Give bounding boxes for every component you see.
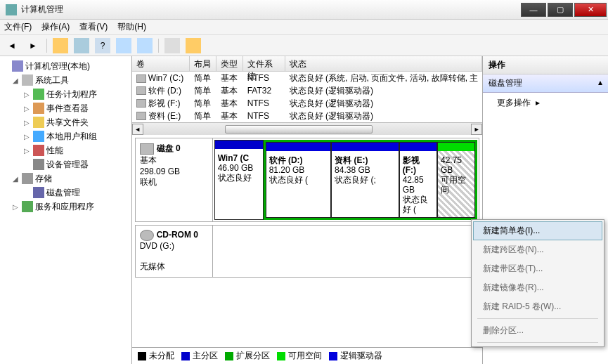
menu-action[interactable]: 操作(A) xyxy=(41,21,70,33)
back-button[interactable]: ◄ xyxy=(4,38,20,53)
tree-scheduler[interactable]: ▷任务计划程序 xyxy=(1,87,130,101)
legend: 未分配 主分区 扩展分区 可用空间 逻辑驱动器 xyxy=(132,347,483,364)
tree-root[interactable]: 计算机管理(本地) xyxy=(1,59,130,73)
disk0-partitions: Win7 (C46.90 GB状态良好 软件 (D:)81.20 GB状态良好 … xyxy=(213,138,479,221)
scroll-left-button[interactable]: ◄ xyxy=(132,124,143,135)
main-panel: 卷 布局 类型 文件系统 状态 Win7 (C:)简单基本NTFS状态良好 (系… xyxy=(132,56,484,364)
col-layout[interactable]: 布局 xyxy=(190,56,216,71)
toolbar-icon-7[interactable] xyxy=(186,38,201,53)
close-button[interactable]: ✕ xyxy=(574,3,607,17)
volume-row[interactable]: 资料 (E:)简单基本NTFS状态良好 (逻辑驱动器) xyxy=(132,110,483,122)
extended-partition: 软件 (D:)81.20 GB状态良好 ( 资料 (E:)84.38 GB状态良… xyxy=(264,140,478,220)
tree-services[interactable]: ▷服务和应用程序 xyxy=(1,200,130,214)
ctx-new-raid5[interactable]: 新建 RAID-5 卷(W)... xyxy=(473,297,602,316)
h-scrollbar[interactable]: ◄ ► xyxy=(132,122,483,135)
tree-system-tools[interactable]: ◢系统工具 xyxy=(1,73,130,87)
app-icon xyxy=(6,4,17,15)
ctx-new-simple[interactable]: 新建简单卷(I)... xyxy=(473,221,602,240)
toolbar-icon-1[interactable] xyxy=(53,38,68,53)
volume-header: 卷 布局 类型 文件系统 状态 xyxy=(132,56,483,72)
menu-help[interactable]: 帮助(H) xyxy=(117,21,146,33)
col-fs[interactable]: 文件系统 xyxy=(243,56,285,71)
disk0-info[interactable]: 磁盘 0 基本 298.09 GB 联机 xyxy=(136,138,213,221)
toolbar: ◄ ► ? xyxy=(0,35,608,56)
partition-free[interactable]: 42.75 GB可用空间 xyxy=(437,142,475,218)
ctx-new-mirror[interactable]: 新建镜像卷(R)... xyxy=(473,278,602,297)
disk-layout: 磁盘 0 基本 298.09 GB 联机 Win7 (C46.90 GB状态良好… xyxy=(132,135,483,347)
cdrom-row: CD-ROM 0 DVD (G:) 无媒体 xyxy=(135,225,480,278)
volume-row[interactable]: 软件 (D:)简单基本FAT32状态良好 (逻辑驱动器) xyxy=(132,84,483,97)
toolbar-icon-4[interactable] xyxy=(116,38,131,53)
scroll-thumb[interactable] xyxy=(225,125,373,134)
disk-icon xyxy=(140,143,154,155)
actions-diskmgmt[interactable]: 磁盘管理▴ xyxy=(483,74,608,93)
volume-list: Win7 (C:)简单基本NTFS状态良好 (系统, 启动, 页面文件, 活动,… xyxy=(132,72,483,122)
ctx-delete[interactable]: 删除分区... xyxy=(473,321,602,340)
cdrom-info[interactable]: CD-ROM 0 DVD (G:) 无媒体 xyxy=(136,226,213,277)
context-menu: 新建简单卷(I)... 新建跨区卷(N)... 新建带区卷(T)... 新建镜像… xyxy=(471,219,604,347)
volume-row[interactable]: 影视 (F:)简单基本NTFS状态良好 (逻辑驱动器) xyxy=(132,97,483,110)
partition-d[interactable]: 软件 (D:)81.20 GB状态良好 ( xyxy=(266,142,331,218)
tree-shared[interactable]: ▷共享文件夹 xyxy=(1,115,130,129)
toolbar-icon-2[interactable] xyxy=(74,38,89,53)
maximize-button[interactable]: ▢ xyxy=(548,3,573,17)
tree-events[interactable]: ▷事件查看器 xyxy=(1,101,130,115)
volume-row[interactable]: Win7 (C:)简单基本NTFS状态良好 (系统, 启动, 页面文件, 活动,… xyxy=(132,72,483,84)
actions-more[interactable]: 更多操作 ▸ xyxy=(483,93,608,113)
cdrom-icon xyxy=(140,230,154,241)
collapse-icon: ▴ xyxy=(598,77,602,89)
scroll-right-button[interactable]: ► xyxy=(471,124,482,135)
window-title: 计算机管理 xyxy=(21,4,521,15)
actions-header: 操作 xyxy=(483,56,608,74)
col-type[interactable]: 类型 xyxy=(216,56,243,71)
menu-file[interactable]: 文件(F) xyxy=(4,21,32,33)
ctx-new-stripe[interactable]: 新建带区卷(T)... xyxy=(473,259,602,278)
menu-view[interactable]: 查看(V) xyxy=(79,21,108,33)
disk0-row: 磁盘 0 基本 298.09 GB 联机 Win7 (C46.90 GB状态良好… xyxy=(135,138,480,222)
tree-perf[interactable]: ▷性能 xyxy=(1,143,130,157)
menubar: 文件(F) 操作(A) 查看(V) 帮助(H) xyxy=(0,20,608,35)
forward-button[interactable]: ► xyxy=(25,38,41,53)
titlebar: 计算机管理 — ▢ ✕ xyxy=(0,0,608,20)
col-volume[interactable]: 卷 xyxy=(132,56,190,71)
ctx-new-span[interactable]: 新建跨区卷(N)... xyxy=(473,240,602,259)
tree-devmgr[interactable]: 设备管理器 xyxy=(1,157,130,171)
toolbar-icon-6[interactable] xyxy=(164,38,180,53)
toolbar-icon-5[interactable] xyxy=(137,38,153,53)
toolbar-icon-3[interactable]: ? xyxy=(95,38,110,53)
partition-c[interactable]: Win7 (C46.90 GB状态良好 xyxy=(214,140,264,220)
tree-diskmgmt[interactable]: 磁盘管理 xyxy=(1,186,130,200)
minimize-button[interactable]: — xyxy=(521,3,546,17)
partition-f[interactable]: 影视 (F:)42.85 GB状态良好 ( xyxy=(399,142,437,218)
col-status[interactable]: 状态 xyxy=(285,56,483,71)
nav-tree: 计算机管理(本地) ◢系统工具 ▷任务计划程序 ▷事件查看器 ▷共享文件夹 ▷本… xyxy=(0,56,132,364)
window-buttons: — ▢ ✕ xyxy=(521,3,607,17)
tree-users[interactable]: ▷本地用户和组 xyxy=(1,129,130,143)
tree-storage[interactable]: ◢存储 xyxy=(1,171,130,186)
partition-e[interactable]: 资料 (E:)84.38 GB状态良好 (; xyxy=(331,142,399,218)
